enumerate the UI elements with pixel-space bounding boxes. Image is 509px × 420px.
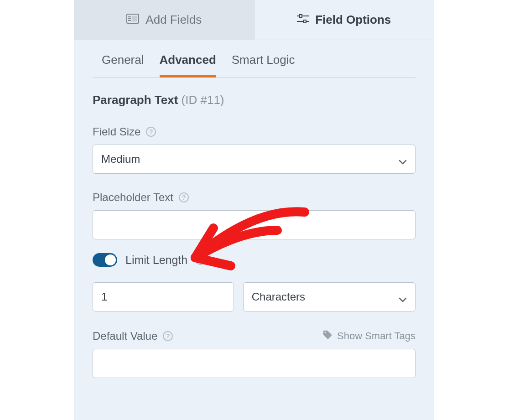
show-smart-tags-label: Show Smart Tags (337, 330, 416, 342)
help-icon[interactable]: ? (146, 127, 156, 137)
svg-rect-8 (304, 20, 306, 23)
svg-rect-6 (300, 15, 302, 17)
tab-field-options[interactable]: Field Options (254, 0, 434, 40)
svg-rect-4 (132, 16, 137, 21)
help-icon[interactable]: ? (196, 255, 206, 265)
show-smart-tags-button[interactable]: Show Smart Tags (322, 330, 416, 342)
group-field-size: Field Size ? Medium (93, 125, 416, 174)
limit-count-input[interactable]: 1 (93, 282, 234, 311)
group-default-value: Default Value ? Show Smart Tags (93, 330, 416, 378)
placeholder-text-label: Placeholder Text (93, 191, 173, 204)
limit-length-toggle[interactable] (93, 253, 117, 267)
subtab-general[interactable]: General (102, 53, 144, 77)
options-body: Paragraph Text (ID #11) Field Size ? Med… (74, 78, 434, 378)
tag-icon (322, 330, 332, 342)
limit-count-value: 1 (101, 290, 107, 303)
sub-tabs: General Advanced Smart Logic (93, 40, 416, 78)
group-placeholder-text: Placeholder Text ? (93, 191, 416, 239)
field-options-panel: Add Fields Field Options General Advance… (74, 0, 434, 420)
top-tabs: Add Fields Field Options (74, 0, 434, 40)
sliders-icon (297, 13, 309, 27)
field-title: Paragraph Text (ID #11) (93, 93, 416, 107)
field-size-label: Field Size (93, 125, 140, 138)
limit-length-label: Limit Length (125, 254, 187, 267)
subtab-smart-logic[interactable]: Smart Logic (232, 53, 295, 77)
toggle-knob (105, 254, 116, 265)
chevron-down-icon (399, 293, 407, 301)
help-icon[interactable]: ? (163, 331, 173, 341)
subtab-advanced[interactable]: Advanced (160, 53, 216, 78)
help-icon[interactable]: ? (179, 192, 189, 202)
tab-add-fields[interactable]: Add Fields (74, 0, 254, 40)
limit-length-row: Limit Length ? (93, 253, 416, 267)
limit-unit-select[interactable]: Characters (243, 282, 416, 311)
default-value-input[interactable] (93, 349, 416, 378)
limit-length-inputs: 1 Characters (93, 282, 416, 311)
field-id: (ID #11) (182, 93, 224, 107)
form-fields-icon (126, 13, 139, 27)
chevron-down-icon (399, 155, 407, 163)
tab-field-options-label: Field Options (315, 13, 391, 27)
field-type-name: Paragraph Text (93, 93, 178, 107)
tab-add-fields-label: Add Fields (145, 13, 202, 27)
field-size-value: Medium (101, 153, 140, 166)
limit-unit-value: Characters (252, 290, 305, 303)
default-value-label: Default Value (93, 330, 157, 342)
placeholder-text-input[interactable] (93, 210, 416, 239)
field-size-select[interactable]: Medium (93, 145, 416, 174)
